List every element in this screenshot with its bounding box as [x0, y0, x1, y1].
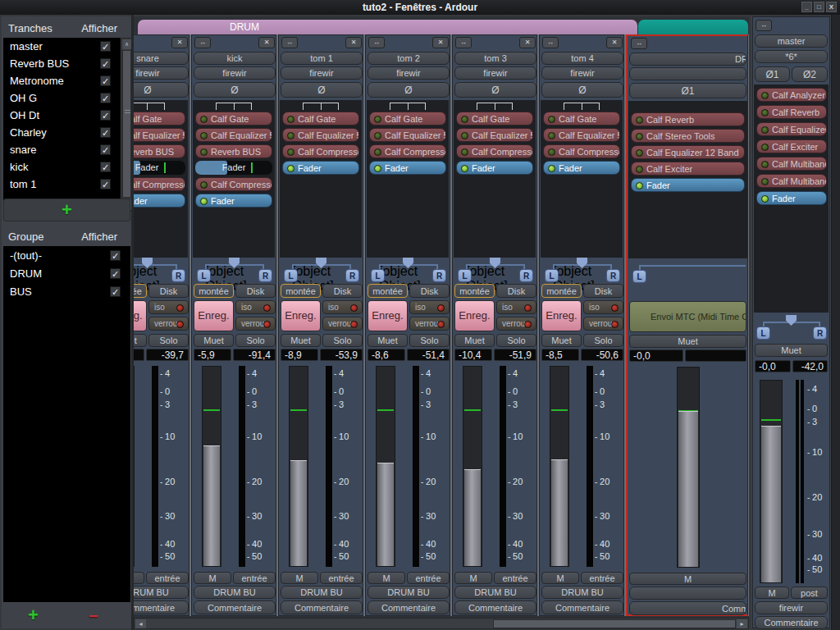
meter-style-button[interactable]: M — [755, 587, 789, 599]
monitor-disk-button[interactable]: Disk — [496, 284, 536, 298]
processor-plugin[interactable]: Calf Analyzer — [756, 88, 827, 102]
fader-handle[interactable] — [290, 460, 307, 566]
narrow-strip-button[interactable]: ↔ — [368, 37, 385, 48]
solo-button[interactable]: Solo — [409, 334, 450, 347]
processor-plugin[interactable]: Calf Compressor — [282, 144, 359, 158]
processor-box[interactable]: Calf ReverbCalf Stereo ToolsCalf Equaliz… — [628, 101, 747, 258]
strip-input-button[interactable]: firewir — [368, 66, 450, 80]
meter-point-button[interactable]: entrée — [407, 572, 450, 584]
processor-plugin[interactable]: Calf Gate — [456, 112, 533, 126]
meter-style-button[interactable]: M — [541, 572, 579, 584]
strip-output-button[interactable]: DRUM BU — [134, 586, 189, 599]
strip-name-button[interactable]: tom 4 — [541, 52, 623, 65]
gain-fader[interactable] — [760, 380, 783, 583]
processor-active-led[interactable] — [761, 161, 769, 168]
processor-active-led[interactable] — [636, 166, 643, 173]
processor-plugin[interactable]: Calf Exciter — [756, 139, 827, 153]
processor-plugin[interactable]: Calf Equalizer 5 — [134, 128, 185, 142]
processor-active-led[interactable] — [636, 116, 643, 124]
record-enable-button[interactable]: Enreg. — [368, 300, 408, 331]
record-enable-button[interactable]: Enreg. — [194, 300, 234, 331]
phase-invert-2-button[interactable]: Ø2 — [792, 66, 828, 82]
solo-isolate-button[interactable]: iso — [583, 300, 623, 314]
processor-plugin[interactable]: Calf Equalizer 5 — [369, 128, 446, 142]
track-visible-checkbox[interactable]: ✓ — [100, 110, 111, 121]
track-visible-checkbox[interactable]: ✓ — [100, 58, 111, 69]
comments-button[interactable]: Commentaire — [541, 600, 623, 614]
strip-name-button[interactable]: snare — [134, 52, 189, 65]
pan-left-button[interactable]: L — [632, 270, 646, 283]
track-list-item[interactable]: Metronome✓ — [3, 72, 121, 89]
processor-plugin[interactable]: Calf Equalizer — [756, 122, 827, 136]
maximize-button[interactable]: □ — [814, 2, 824, 12]
strip-output-button[interactable]: firewir — [755, 601, 828, 614]
remove-group-button[interactable]: − — [89, 607, 98, 625]
strip-input-button[interactable]: firewir — [194, 66, 276, 80]
processor-plugin[interactable]: Calf Equalizer 5 — [456, 128, 533, 142]
monitor-input-button[interactable]: montée — [281, 284, 321, 298]
processor-fader[interactable]: Fader — [134, 194, 185, 208]
processor-plugin[interactable]: Calf Equalizer 12 Band — [631, 145, 745, 159]
solo-isolate-button[interactable]: iso — [496, 300, 536, 314]
track-list-item[interactable]: Reverb BUS✓ — [3, 55, 121, 72]
processor-plugin[interactable]: Calf Gate — [282, 112, 359, 126]
processor-fader[interactable]: Fader — [756, 191, 827, 205]
pan-right-button[interactable]: R — [345, 269, 359, 282]
strip-name-button[interactable]: DRUM — [629, 52, 746, 66]
phase-invert-button[interactable]: Ø — [368, 82, 450, 98]
processor-active-led[interactable] — [548, 165, 555, 172]
pan-left-button[interactable]: L — [371, 269, 385, 282]
gain-fader[interactable] — [289, 366, 308, 567]
narrow-strip-button[interactable]: ↔ — [542, 37, 559, 48]
mute-button[interactable]: Muet — [281, 334, 321, 347]
fader-handle[interactable] — [678, 411, 698, 567]
processor-active-led[interactable] — [636, 133, 643, 140]
processor-fader[interactable]: Fader — [369, 161, 446, 175]
meter-point-button[interactable]: entrée — [494, 572, 536, 584]
comments-button[interactable]: Commentaire — [134, 600, 189, 614]
solo-lock-button[interactable]: verrou — [496, 317, 536, 331]
mtc-send-button[interactable]: Envoi MTC (Midi Time Code) — [629, 301, 746, 332]
hide-strip-button[interactable]: ✕ — [171, 37, 188, 48]
mute-button[interactable]: Muet — [541, 334, 582, 347]
track-visible-checkbox[interactable]: ✓ — [100, 179, 111, 189]
group-tab-drum[interactable]: DRUM — [138, 20, 637, 34]
pan-right-button[interactable]: R — [171, 269, 185, 282]
processor-fader[interactable]: Fader — [456, 161, 533, 175]
meter-point-button[interactable]: entrée — [581, 572, 623, 584]
strip-output-button[interactable]: DRUM BU — [194, 586, 276, 599]
phase-invert-button[interactable]: Ø — [134, 82, 189, 98]
peak-display[interactable]: -50,6 — [581, 349, 623, 361]
lock-led[interactable] — [176, 321, 184, 328]
strip-output-button[interactable] — [629, 587, 746, 600]
processor-plugin[interactable]: Calf Gate — [134, 112, 185, 126]
pan-left-button[interactable]: L — [197, 269, 211, 282]
processor-box[interactable]: Calf GateCalf Equalizer 5Reverb BUSFader… — [193, 100, 275, 258]
comments-button[interactable]: Commentaire — [629, 601, 746, 615]
monitor-input-button[interactable]: montée — [368, 284, 408, 298]
phase-invert-button[interactable]: Ø1 — [629, 83, 746, 98]
monitor-disk-button[interactable]: Disk — [322, 284, 363, 298]
comments-button[interactable]: Commentaire — [194, 600, 276, 614]
strip-output-button[interactable]: DRUM BU — [281, 586, 363, 599]
strip-input-button[interactable]: *6* — [755, 50, 828, 63]
hide-strip-button[interactable]: ✕ — [258, 37, 275, 48]
processor-plugin[interactable]: Calf Compressor — [543, 144, 620, 158]
hide-strip-button[interactable]: ✕ — [345, 37, 362, 48]
fader-handle[interactable] — [551, 459, 568, 566]
processor-active-led[interactable] — [761, 144, 769, 151]
gain-display[interactable]: -5,9 — [194, 349, 231, 361]
gain-display[interactable]: -0,0 — [755, 360, 791, 372]
monitor-input-button[interactable]: montée — [541, 284, 582, 298]
monitor-input-button[interactable]: montée — [134, 284, 147, 298]
track-list-item[interactable]: master✓ — [3, 38, 121, 55]
phase-invert-button[interactable]: Ø — [454, 82, 536, 98]
processor-box[interactable]: Calf GateCalf Equalizer 5Calf Compressor… — [367, 100, 449, 258]
gain-display[interactable]: -0,0 — [629, 349, 683, 362]
phase-invert-button[interactable]: Ø — [541, 82, 623, 98]
solo-button[interactable]: Solo — [322, 334, 363, 347]
fader-handle[interactable] — [464, 469, 481, 566]
phase-invert-button[interactable]: Ø — [194, 82, 276, 98]
solo-button[interactable]: Solo — [496, 334, 536, 347]
hide-strip-button[interactable]: ✕ — [606, 37, 623, 48]
